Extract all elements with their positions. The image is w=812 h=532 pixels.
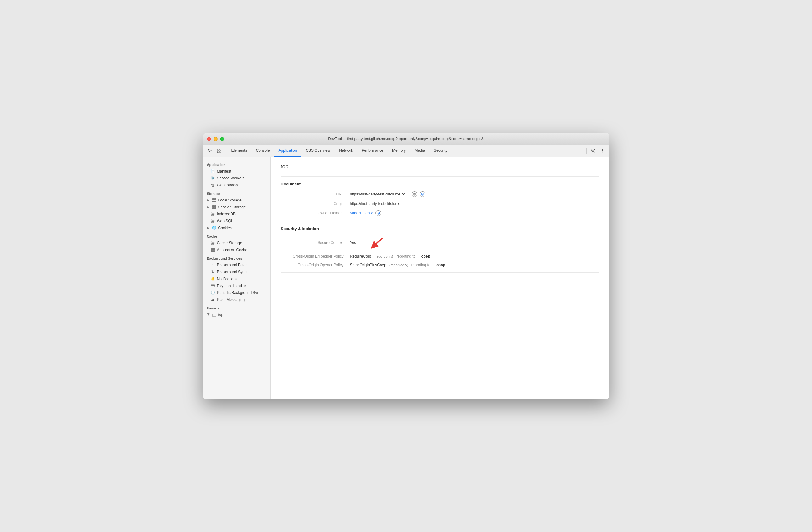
origin-row: Origin https://first-party-test.glitch.m… <box>281 201 599 206</box>
sidebar-item-cookies[interactable]: ▶ 🌐 Cookies <box>203 224 271 232</box>
link-icon[interactable] <box>412 192 417 197</box>
red-arrow-annotation <box>371 236 385 250</box>
sidebar-section-application: Application <box>203 159 271 168</box>
info-icon[interactable] <box>376 210 381 216</box>
folder-icon <box>212 312 216 317</box>
cursor-icon[interactable] <box>206 147 214 155</box>
divider-3 <box>281 272 599 272</box>
navigate-icon[interactable] <box>420 192 425 197</box>
svg-rect-12 <box>212 205 214 207</box>
svg-rect-20 <box>213 248 215 250</box>
svg-point-16 <box>211 212 215 213</box>
expand-arrow-icon: ▶ <box>207 226 210 229</box>
origin-label: Origin <box>281 201 350 206</box>
owner-element-row: Owner Element <#document> <box>281 210 599 216</box>
secure-context-row: Secure Context Yes <box>281 236 599 250</box>
inspect-icon[interactable] <box>215 147 223 155</box>
svg-rect-13 <box>215 205 216 207</box>
origin-value: https://first-party-test.glitch.me <box>350 201 401 206</box>
minimize-button[interactable] <box>214 137 218 141</box>
trash-icon: 🗑 <box>211 183 215 187</box>
coop-row: Cross-Origin Opener Policy SameOriginPlu… <box>281 263 599 267</box>
window-title: DevTools - first-party-test.glitch.me/co… <box>328 137 484 141</box>
tab-more[interactable]: » <box>452 145 463 157</box>
sidebar-item-service-workers[interactable]: ⚙️ Service Workers <box>203 175 271 182</box>
document-link[interactable]: <#document> <box>350 211 373 215</box>
coop-value: SameOriginPlusCoep (report-only) reporti… <box>350 263 445 267</box>
tab-css-overview[interactable]: CSS Overview <box>301 145 335 157</box>
sidebar-item-background-sync[interactable]: ↻ Background Sync <box>203 268 271 276</box>
svg-rect-15 <box>215 208 216 209</box>
url-value: https://first-party-test.glitch.me/co… <box>350 192 426 197</box>
sidebar-item-web-sql[interactable]: Web SQL <box>203 218 271 224</box>
svg-rect-19 <box>211 248 213 250</box>
sidebar-item-manifest[interactable]: 📄 Manifest <box>203 168 271 175</box>
arrows-icon: ↕ <box>211 263 215 267</box>
coep-reporting-label: reporting to: <box>396 254 416 258</box>
svg-point-18 <box>211 241 215 242</box>
main-area: Application 📄 Manifest ⚙️ Service Worker… <box>203 157 609 399</box>
sidebar-item-cache-storage[interactable]: Cache Storage <box>203 240 271 247</box>
expand-arrow-down-icon: ▶ <box>207 313 210 317</box>
svg-rect-21 <box>211 250 213 252</box>
more-icon[interactable] <box>598 147 607 155</box>
coop-reporting-value: coop <box>436 263 445 267</box>
maximize-button[interactable] <box>220 137 224 141</box>
divider-1 <box>281 176 599 177</box>
sidebar-item-periodic-bg-sync[interactable]: 🕐 Periodic Background Syn <box>203 289 271 296</box>
svg-rect-2 <box>217 151 219 153</box>
url-label: URL <box>281 192 350 196</box>
sync-icon: ↻ <box>211 270 215 274</box>
tab-elements[interactable]: Elements <box>227 145 251 157</box>
coop-badge: (report-only) <box>388 263 409 267</box>
sidebar-item-indexeddb[interactable]: IndexedDB <box>203 211 271 218</box>
cloud-icon: ☁ <box>211 297 215 302</box>
close-button[interactable] <box>207 137 211 141</box>
doc-icon: 📄 <box>211 169 215 173</box>
grid-icon <box>212 205 216 209</box>
svg-rect-10 <box>212 200 214 202</box>
tab-security[interactable]: Security <box>429 145 452 157</box>
sidebar-item-payment-handler[interactable]: Payment Handler <box>203 282 271 289</box>
owner-element-label: Owner Element <box>281 211 350 215</box>
svg-point-5 <box>602 149 603 150</box>
svg-point-30 <box>378 212 378 212</box>
gear-icon: ⚙️ <box>211 176 215 180</box>
svg-rect-14 <box>212 208 214 209</box>
sidebar-section-storage: Storage <box>203 188 271 197</box>
tab-bar: Elements Console Application CSS Overvie… <box>203 145 609 157</box>
tab-memory[interactable]: Memory <box>388 145 410 157</box>
settings-icon[interactable] <box>589 147 597 155</box>
toolbar-right <box>585 145 607 157</box>
sidebar-item-top-frame[interactable]: ▶ top <box>203 311 271 318</box>
tab-performance[interactable]: Performance <box>357 145 388 157</box>
db-icon <box>211 219 215 223</box>
sidebar-item-clear-storage[interactable]: 🗑 Clear storage <box>203 182 271 188</box>
sidebar-item-background-fetch[interactable]: ↕ Background Fetch <box>203 262 271 268</box>
grid-icon <box>212 198 216 202</box>
clock-icon: 🕐 <box>211 291 215 295</box>
sidebar: Application 📄 Manifest ⚙️ Service Worker… <box>203 157 271 399</box>
divider-2 <box>281 221 599 221</box>
tab-console[interactable]: Console <box>251 145 274 157</box>
svg-rect-8 <box>212 198 214 200</box>
tab-network[interactable]: Network <box>335 145 357 157</box>
sidebar-item-application-cache[interactable]: Application Cache <box>203 247 271 253</box>
sidebar-item-push-messaging[interactable]: ☁ Push Messaging <box>203 296 271 303</box>
sidebar-item-notifications[interactable]: 🔔 Notifications <box>203 276 271 282</box>
page-title: top <box>281 163 599 170</box>
sidebar-item-local-storage[interactable]: ▶ Local Storage <box>203 197 271 204</box>
coep-row: Cross-Origin Embedder Policy RequireCorp… <box>281 254 599 258</box>
svg-point-4 <box>592 150 594 152</box>
content-area: top Document URL https://first-party-tes… <box>271 157 609 399</box>
sidebar-item-session-storage[interactable]: ▶ Session Storage <box>203 204 271 211</box>
url-row: URL https://first-party-test.glitch.me/c… <box>281 192 599 197</box>
tab-application[interactable]: Application <box>274 145 302 157</box>
svg-rect-22 <box>213 250 215 252</box>
svg-rect-3 <box>219 151 221 153</box>
title-bar: DevTools - first-party-test.glitch.me/co… <box>203 133 609 145</box>
svg-rect-1 <box>219 149 221 151</box>
svg-rect-11 <box>215 200 216 202</box>
tabs: Elements Console Application CSS Overvie… <box>227 145 585 157</box>
tab-media[interactable]: Media <box>410 145 429 157</box>
